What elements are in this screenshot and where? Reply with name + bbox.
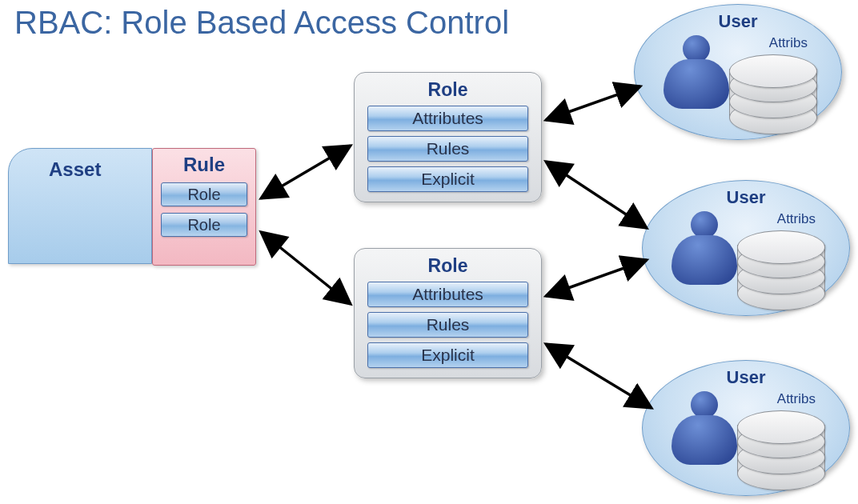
rule-box: Rule Role Role xyxy=(152,148,256,266)
database-icon xyxy=(737,230,825,302)
user-node: User Attribs xyxy=(642,180,850,316)
role-item: Rules xyxy=(367,136,528,162)
user-attribs-label: Attribs xyxy=(769,35,808,51)
person-icon xyxy=(667,211,740,307)
user-label: User xyxy=(727,187,766,208)
role-panel: Role Attributes Rules Explicit xyxy=(354,248,542,378)
svg-line-2 xyxy=(546,86,640,120)
svg-line-1 xyxy=(261,232,351,304)
asset-label: Asset xyxy=(49,158,101,181)
user-node: User Attribs xyxy=(634,4,842,140)
role-item: Attributes xyxy=(367,106,528,131)
database-icon xyxy=(729,54,817,126)
svg-line-0 xyxy=(261,146,351,198)
role-title: Role xyxy=(363,79,533,101)
user-label: User xyxy=(727,367,766,388)
user-attribs-label: Attribs xyxy=(777,211,816,227)
rule-role-chip: Role xyxy=(161,182,247,206)
diagram-title: RBAC: Role Based Access Control xyxy=(14,5,509,41)
user-node: User Attribs xyxy=(642,360,850,496)
user-label: User xyxy=(719,11,758,32)
role-item: Attributes xyxy=(367,282,528,307)
svg-line-4 xyxy=(546,260,647,296)
person-icon xyxy=(667,391,740,487)
role-title: Role xyxy=(363,255,533,277)
role-panel: Role Attributes Rules Explicit xyxy=(354,72,542,202)
user-attribs-label: Attribs xyxy=(777,391,816,407)
asset-box: Asset xyxy=(8,148,152,264)
rule-label: Rule xyxy=(153,154,255,176)
role-item: Explicit xyxy=(367,342,528,368)
person-icon xyxy=(659,35,732,131)
role-item: Explicit xyxy=(367,166,528,192)
role-item: Rules xyxy=(367,312,528,338)
svg-line-3 xyxy=(546,162,647,228)
rule-role-chip: Role xyxy=(161,213,247,237)
svg-line-5 xyxy=(546,344,652,408)
database-icon xyxy=(737,410,825,482)
